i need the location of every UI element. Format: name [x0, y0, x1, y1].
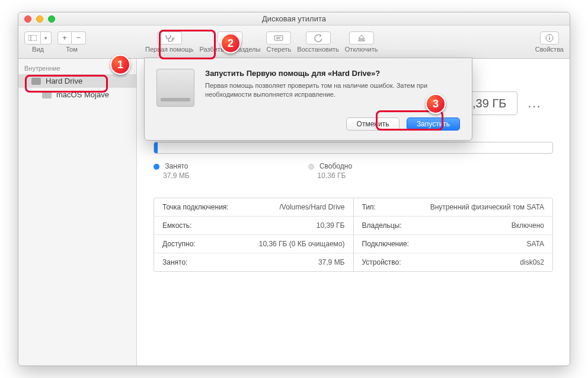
info-button[interactable]: [540, 31, 559, 45]
first-aid-button[interactable]: [157, 31, 182, 45]
toolbar-info-group: Свойства: [535, 31, 564, 53]
usage-fill-used: [154, 142, 158, 153]
add-volume-button[interactable]: +: [57, 31, 72, 45]
plus-icon: +: [62, 33, 67, 42]
erase-button[interactable]: [266, 31, 291, 45]
sidebar-item-macos-mojave[interactable]: macOS Mojave: [18, 88, 136, 101]
dialog-title: Запустить Первую помощь для «Hard Drive»…: [205, 69, 460, 78]
legend-used-value: 37,9 МБ: [163, 171, 190, 180]
toolbar-first-aid-group: Первая помощь: [145, 31, 194, 53]
first-aid-dialog: Запустить Первую помощь для «Hard Drive»…: [144, 58, 472, 141]
svg-point-2: [172, 37, 174, 39]
toolbar-first-aid-label: Первая помощь: [145, 46, 194, 53]
legend-free: Свободно 10,36 ГБ: [308, 162, 353, 180]
cancel-button[interactable]: Отменить: [346, 117, 400, 131]
info-row: Занято:37,9 МБ: [154, 253, 353, 271]
legend-dot-used: [154, 164, 159, 170]
titlebar: Дисковая утилита: [18, 12, 570, 26]
toolbar-volume-label: Том: [66, 46, 78, 53]
sidebar-icon: [28, 35, 37, 41]
toolbar-volume-group: + − Том: [57, 31, 86, 53]
chevron-down-icon: ▾: [44, 35, 47, 41]
toolbar-erase-label: Стереть: [267, 46, 292, 53]
disk-utility-window: Дисковая утилита ▾ Вид + −: [18, 12, 570, 366]
hard-drive-icon: [156, 69, 194, 107]
legend-dot-free: [308, 164, 314, 170]
toolbar-unmount-label: Отключить: [345, 46, 378, 53]
toolbar-restore-label: Восстановить: [297, 46, 338, 53]
partition-button[interactable]: [218, 31, 242, 45]
toolbar-partition-label: Разбить на разделы: [200, 46, 261, 53]
toolbar-restore-group: Восстановить: [297, 31, 338, 53]
unmount-button[interactable]: [349, 31, 374, 45]
restore-icon: [314, 34, 323, 42]
info-icon: [545, 34, 554, 42]
sidebar-item-label: macOS Mojave: [56, 90, 109, 99]
view-mode-button[interactable]: [24, 31, 41, 45]
toolbar-unmount-group: Отключить: [345, 31, 378, 53]
toolbar-info-label: Свойства: [535, 46, 564, 53]
disk-icon: [31, 78, 41, 85]
info-row: Тип:Внутренний физический том SATA: [354, 198, 553, 217]
sidebar-item-label: Hard Drive: [46, 77, 82, 85]
toolbar-erase-group: Стереть: [266, 31, 291, 53]
info-row: Емкость:10,39 ГБ: [154, 217, 353, 235]
dialog-body-text: Первая помощь позволяет проверить том на…: [205, 81, 460, 100]
eject-icon: [357, 34, 366, 42]
legend-used-label: Занято: [165, 162, 188, 170]
sidebar: Внутренние Hard Drive macOS Mojave: [18, 59, 137, 366]
sidebar-item-hard-drive[interactable]: Hard Drive: [18, 74, 136, 88]
legend-free-value: 10,36 ГБ: [318, 171, 353, 180]
toolbar-view-group: ▾ Вид: [24, 31, 52, 53]
more-menu-button[interactable]: …: [527, 94, 542, 110]
stethoscope-icon: [164, 34, 175, 42]
svg-rect-0: [28, 35, 37, 41]
pie-icon: [225, 33, 235, 43]
legend-used: Занято 37,9 МБ: [154, 162, 190, 180]
erase-icon: [274, 34, 283, 42]
run-button[interactable]: Запустить: [407, 117, 460, 131]
minus-icon: −: [76, 33, 81, 42]
info-row: Точка подключения:/Volumes/Hard Drive: [154, 198, 353, 217]
usage-bar: [154, 142, 553, 154]
info-row: Доступно:10,36 ГБ (0 КБ очищаемо): [154, 235, 353, 253]
toolbar: ▾ Вид + − Том Первая помощь: [18, 26, 570, 59]
svg-rect-4: [274, 36, 283, 40]
svg-point-8: [549, 36, 550, 37]
info-row: Владельцы:Включено: [354, 217, 553, 235]
sidebar-section-header: Внутренние: [18, 62, 136, 74]
info-row: Устройство:disk0s2: [354, 253, 553, 271]
legend-free-label: Свободно: [319, 162, 352, 170]
restore-button[interactable]: [306, 31, 331, 45]
remove-volume-button[interactable]: −: [72, 31, 86, 45]
toolbar-view-label: Вид: [32, 46, 44, 53]
toolbar-partition-group: Разбить на разделы: [200, 31, 261, 53]
info-row: Подключение:SATA: [354, 235, 553, 253]
volume-icon: [42, 91, 52, 99]
info-table: Точка подключения:/Volumes/Hard Drive Ем…: [154, 198, 553, 272]
window-title: Дисковая утилита: [18, 14, 570, 23]
view-dropdown-button[interactable]: ▾: [41, 31, 52, 45]
